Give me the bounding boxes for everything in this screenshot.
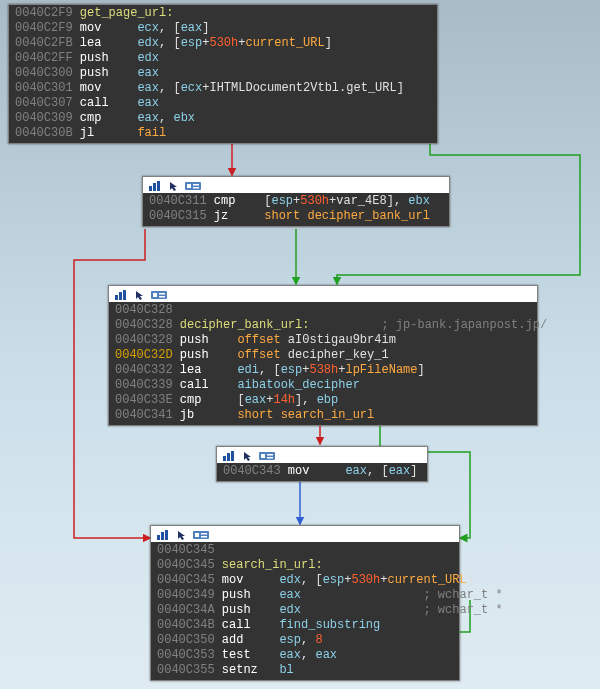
svg-rect-25 — [195, 533, 199, 537]
bar-chart-icon — [115, 290, 129, 300]
asm-line: 0040C311 cmp [esp+530h+var_4E8], ebx — [149, 194, 443, 209]
asm-line: 0040C345 mov edx, [esp+530h+current_URL] — [157, 573, 453, 588]
asm-line: 0040C355 setnz bl — [157, 663, 453, 678]
svg-rect-1 — [153, 183, 156, 191]
svg-rect-13 — [159, 296, 165, 298]
svg-rect-11 — [153, 293, 157, 297]
asm-line: 0040C349 push eax ; wchar_t * — [157, 588, 453, 603]
block-titlebar — [151, 526, 459, 542]
asm-line: 0040C339 call aibatook_decipher — [115, 378, 531, 393]
asm-code: 0040C345 0040C345 search_in_url:0040C345… — [151, 542, 459, 680]
asm-block-search-in-url[interactable]: 0040C345 0040C345 search_in_url:0040C345… — [150, 525, 460, 681]
svg-rect-27 — [201, 536, 207, 538]
asm-code: 0040C2F9 get_page_url:0040C2F9 mov ecx, … — [9, 5, 437, 143]
bar-chart-icon — [149, 181, 163, 191]
asm-code: 0040C328 0040C328 decipher_bank_url: ; j… — [109, 302, 537, 425]
asm-line: 0040C301 mov eax, [ecx+IHTMLDocument2Vtb… — [15, 81, 431, 96]
svg-rect-22 — [161, 532, 164, 540]
badge-icon — [259, 451, 275, 461]
asm-line: 0040C309 cmp eax, ebx — [15, 111, 431, 126]
asm-line: 0040C345 search_in_url: — [157, 558, 453, 573]
asm-line: 0040C332 lea edi, [esp+538h+lpFileName] — [115, 363, 531, 378]
cursor-icon — [169, 181, 179, 191]
svg-rect-21 — [157, 535, 160, 540]
svg-rect-7 — [115, 295, 118, 300]
svg-rect-12 — [159, 293, 165, 295]
asm-line: 0040C34A push edx ; wchar_t * — [157, 603, 453, 618]
bar-chart-icon — [223, 451, 237, 461]
block-titlebar — [217, 447, 427, 463]
asm-line: 0040C343 mov eax, [eax] — [223, 464, 421, 479]
asm-block-decipher-bank-url[interactable]: 0040C328 0040C328 decipher_bank_url: ; j… — [108, 285, 538, 426]
badge-icon — [185, 181, 201, 191]
asm-line: 0040C328 push offset aI0stigau9br4im — [115, 333, 531, 348]
svg-rect-8 — [119, 292, 122, 300]
asm-block-var4e8[interactable]: 0040C311 cmp [esp+530h+var_4E8], ebx0040… — [142, 176, 450, 227]
svg-rect-15 — [227, 453, 230, 461]
asm-line: 0040C341 jb short search_in_url — [115, 408, 531, 423]
asm-line: 0040C30B jl fail — [15, 126, 431, 141]
svg-rect-20 — [267, 457, 273, 459]
svg-rect-6 — [193, 187, 199, 189]
asm-line: 0040C32D push offset decipher_key_1 — [115, 348, 531, 363]
asm-block-mov-eax[interactable]: 0040C343 mov eax, [eax] — [216, 446, 428, 482]
block-titlebar — [109, 286, 537, 302]
svg-rect-2 — [157, 181, 160, 191]
asm-line: 0040C2F9 mov ecx, [eax] — [15, 21, 431, 36]
svg-rect-9 — [123, 290, 126, 300]
asm-line: 0040C307 call eax — [15, 96, 431, 111]
asm-code: 0040C343 mov eax, [eax] — [217, 463, 427, 481]
asm-block-get-page-url[interactable]: 0040C2F9 get_page_url:0040C2F9 mov ecx, … — [8, 4, 438, 144]
asm-line: 0040C2F9 get_page_url: — [15, 6, 431, 21]
svg-rect-16 — [231, 451, 234, 461]
svg-rect-19 — [267, 454, 273, 456]
svg-rect-23 — [165, 530, 168, 540]
badge-icon — [193, 530, 209, 540]
asm-line: 0040C328 decipher_bank_url: ; jp-bank.ja… — [115, 318, 531, 333]
asm-code: 0040C311 cmp [esp+530h+var_4E8], ebx0040… — [143, 193, 449, 226]
svg-rect-5 — [193, 184, 199, 186]
svg-rect-18 — [261, 454, 265, 458]
svg-rect-14 — [223, 456, 226, 461]
svg-rect-26 — [201, 533, 207, 535]
svg-rect-4 — [187, 184, 191, 188]
block-titlebar — [143, 177, 449, 193]
asm-line: 0040C2FF push edx — [15, 51, 431, 66]
asm-line: 0040C315 jz short decipher_bank_url — [149, 209, 443, 224]
asm-line: 0040C2FB lea edx, [esp+530h+current_URL] — [15, 36, 431, 51]
asm-line: 0040C345 — [157, 543, 453, 558]
asm-line: 0040C350 add esp, 8 — [157, 633, 453, 648]
badge-icon — [151, 290, 167, 300]
svg-rect-0 — [149, 186, 152, 191]
asm-line: 0040C34B call find_substring — [157, 618, 453, 633]
asm-line: 0040C33E cmp [eax+14h], ebp — [115, 393, 531, 408]
asm-line: 0040C300 push eax — [15, 66, 431, 81]
cursor-icon — [135, 290, 145, 300]
bar-chart-icon — [157, 530, 171, 540]
asm-line: 0040C353 test eax, eax — [157, 648, 453, 663]
cursor-icon — [177, 530, 187, 540]
asm-line: 0040C328 — [115, 303, 531, 318]
cursor-icon — [243, 451, 253, 461]
